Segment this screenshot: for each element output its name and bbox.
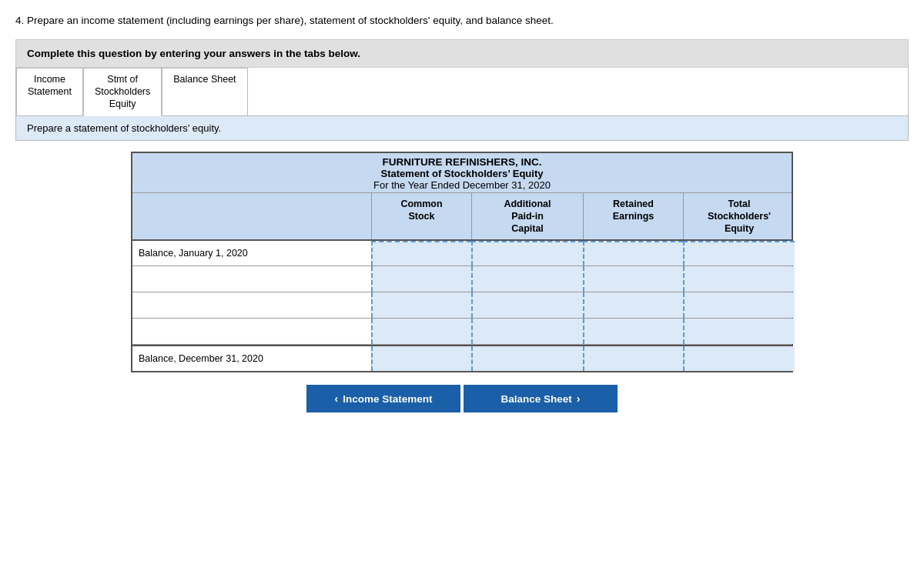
col-header-retained-earnings: Retained Earnings [583,193,683,240]
table-row [132,292,792,319]
cell-dec-paid-in[interactable] [471,346,583,371]
question-text: 4. Prepare an income statement (includin… [15,14,909,28]
row-label-2 [132,266,371,292]
cell-jan-paid-in[interactable] [471,241,583,265]
cell-r2-common[interactable] [371,266,471,292]
cell-r3-common[interactable] [371,292,471,318]
cell-r4-total[interactable] [683,319,795,344]
statement-table: FURNITURE REFINISHERS, INC. Statement of… [131,152,793,373]
table-row [132,266,792,292]
row-label-dec: Balance, December 31, 2020 [132,346,371,371]
cell-dec-retained[interactable] [583,346,683,371]
tab-income-statement[interactable]: Income Statement [16,68,83,115]
cell-jan-retained[interactable] [583,241,683,265]
tab-stmt-stockholders-equity[interactable]: Stmt of Stockholders Equity [83,68,162,116]
cell-r4-paid-in[interactable] [471,319,583,344]
nav-button-income-statement[interactable]: ‹ Income Statement [306,385,460,412]
cell-r2-paid-in[interactable] [471,266,583,292]
cell-r4-common[interactable] [371,319,471,344]
company-name: FURNITURE REFINISHERS, INC. [132,156,792,168]
cell-r3-total[interactable] [683,292,795,318]
col-header-0 [132,193,371,240]
cell-r2-total[interactable] [683,266,795,292]
nav-button-balance-sheet[interactable]: Balance Sheet › [464,385,618,412]
cell-jan-total[interactable] [683,241,795,265]
cell-jan-common[interactable] [371,241,471,265]
statement-title: Statement of Stockholders’ Equity [132,168,792,179]
col-header-total-equity: Total Stockholders' Equity [683,193,795,240]
col-header-additional-paid-in: Additional Paid-in Capital [471,193,583,240]
column-headers-row: Common Stock Additional Paid-in Capital … [132,193,792,242]
bottom-nav: ‹ Income Statement Balance Sheet › [131,385,793,412]
table-row: Balance, January 1, 2020 [132,241,792,266]
tab-content-label: Prepare a statement of stockholders’ equ… [27,122,221,134]
cell-r3-retained[interactable] [583,292,683,318]
instruction-text: Complete this question by entering your … [27,48,360,59]
row-label-3 [132,292,371,318]
question-number: 4. [15,15,24,26]
tab-balance-sheet[interactable]: Balance Sheet [162,68,247,115]
nav-right-label: Balance Sheet [501,393,572,405]
cell-r2-retained[interactable] [583,266,683,292]
cell-r4-retained[interactable] [583,319,683,344]
instruction-box: Complete this question by entering your … [15,39,909,68]
cell-dec-total[interactable] [683,346,795,371]
tabs-row: Income Statement Stmt of Stockholders Eq… [15,68,909,116]
question-body: Prepare an income statement (including e… [27,15,554,26]
table-row [132,319,792,345]
left-chevron-icon: ‹ [335,392,339,405]
col-header-common-stock: Common Stock [371,193,471,240]
tab-content-area: Prepare a statement of stockholders’ equ… [15,116,909,141]
nav-left-label: Income Statement [343,393,432,405]
row-label-jan: Balance, January 1, 2020 [132,241,371,265]
statement-period: For the Year Ended December 31, 2020 [132,179,792,191]
right-chevron-icon: › [577,392,581,405]
table-row: Balance, December 31, 2020 [132,345,792,371]
row-label-4 [132,319,371,344]
cell-dec-common[interactable] [371,346,471,371]
cell-r3-paid-in[interactable] [471,292,583,318]
statement-header: FURNITURE REFINISHERS, INC. Statement of… [132,153,792,193]
